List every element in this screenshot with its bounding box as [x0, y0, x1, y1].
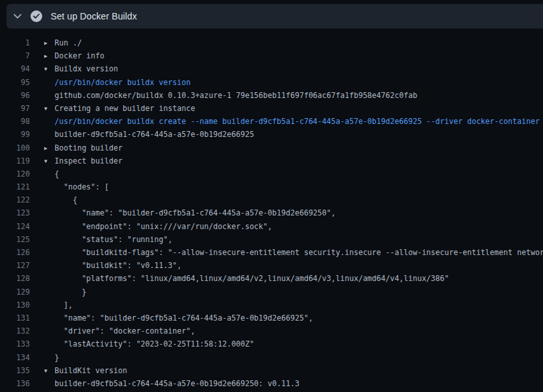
group-title[interactable]: Booting builder	[55, 143, 123, 153]
chevron-expanded-icon[interactable]: ▼	[44, 103, 55, 116]
log-text: "platforms": "linux/amd64,linux/amd64/v2…	[44, 272, 449, 285]
group-header[interactable]: ▼Buildx version	[44, 62, 118, 75]
log-output-line: 126 "buildkitd-flags": "--allow-insecure…	[0, 246, 543, 259]
log-text: }	[44, 351, 59, 364]
log-output-line: 136builder-d9cfb5a1-c764-445a-a57e-0b19d…	[0, 377, 543, 390]
group-title[interactable]: Docker info	[55, 51, 105, 60]
line-number[interactable]: 121	[0, 180, 30, 193]
line-number[interactable]: 135	[0, 364, 30, 377]
log-text: "buildkit": "v0.11.3",	[44, 259, 181, 272]
line-number[interactable]: 99	[0, 128, 30, 141]
log-output-line: 134}	[0, 351, 543, 364]
log-group-line: 1▶Run ./	[0, 36, 543, 49]
chevron-expanded-icon[interactable]: ▼	[44, 63, 55, 76]
line-number[interactable]: 119	[0, 154, 30, 167]
log-text: ],	[44, 299, 73, 312]
log-group-line: 94▼Buildx version	[0, 62, 543, 75]
log-group-line: 7▶Docker info	[0, 49, 543, 62]
line-number[interactable]: 7	[0, 49, 30, 62]
log-text: "name": "builder-d9cfb5a1-c764-445a-a57e…	[44, 206, 336, 219]
group-header[interactable]: ▼Creating a new builder instance	[44, 102, 195, 115]
actions-log-page: Set up Docker Buildx 1▶Run ./7▶Docker in…	[0, 0, 543, 392]
chevron-down-icon[interactable]	[13, 12, 22, 21]
line-number[interactable]: 126	[0, 246, 30, 259]
log-output-line: 99builder-d9cfb5a1-c764-445a-a57e-0b19d2…	[0, 128, 543, 141]
chevron-collapsed-icon[interactable]: ▶	[44, 142, 55, 155]
log-text: builder-d9cfb5a1-c764-445a-a57e-0b19d2e6…	[44, 377, 299, 390]
line-number[interactable]: 132	[0, 325, 30, 337]
log-output-line: 127 "buildkit": "v0.11.3",	[0, 259, 543, 272]
log-output-line: 130 ],	[0, 299, 543, 312]
log-text: "driver": "docker-container",	[44, 325, 195, 337]
line-number[interactable]: 133	[0, 337, 30, 350]
log-text: "lastActivity": "2023-02-25T11:58:12.000…	[44, 337, 254, 350]
line-number[interactable]: 1	[0, 36, 30, 49]
line-number[interactable]: 95	[0, 76, 30, 89]
log-output-line: 132 "driver": "docker-container",	[0, 325, 543, 337]
command-text: /usr/bin/docker buildx create --name bui…	[44, 115, 540, 128]
log-output-line: 124 "endpoint": "unix:///var/run/docker.…	[0, 220, 543, 233]
line-number[interactable]: 136	[0, 377, 30, 390]
log-output-line: 129 }	[0, 286, 543, 299]
line-number[interactable]: 96	[0, 89, 30, 102]
line-number[interactable]: 125	[0, 233, 30, 246]
line-number[interactable]: 134	[0, 351, 30, 364]
log-output-line: 123 "name": "builder-d9cfb5a1-c764-445a-…	[0, 206, 543, 219]
group-header[interactable]: ▶Booting builder	[44, 141, 123, 154]
log-group-line: 97▼Creating a new builder instance	[0, 102, 543, 115]
line-number[interactable]: 131	[0, 312, 30, 325]
group-title[interactable]: Buildx version	[55, 64, 118, 73]
group-header[interactable]: ▼BuildKit version	[44, 364, 127, 377]
log-text: "status": "running",	[44, 233, 172, 246]
log-group-line: 135▼BuildKit version	[0, 364, 543, 377]
chevron-expanded-icon[interactable]: ▼	[44, 155, 55, 168]
log-output-line: 125 "status": "running",	[0, 233, 543, 246]
log-output-line: 131 "name": "builder-d9cfb5a1-c764-445a-…	[0, 312, 543, 325]
step-title: Set up Docker Buildx	[51, 11, 137, 21]
line-number[interactable]: 97	[0, 102, 30, 115]
log-text: github.com/docker/buildx 0.10.3+azure-1 …	[44, 89, 417, 102]
check-circle-icon	[31, 10, 42, 22]
group-header[interactable]: ▶Docker info	[44, 49, 105, 62]
log-text: {	[44, 193, 77, 206]
line-number[interactable]: 129	[0, 286, 30, 299]
log-output-line: 96github.com/docker/buildx 0.10.3+azure-…	[0, 89, 543, 102]
line-number[interactable]: 130	[0, 299, 30, 312]
group-title[interactable]: Inspect builder	[55, 156, 123, 165]
step-header[interactable]: Set up Docker Buildx	[6, 4, 543, 29]
log-text: }	[44, 286, 86, 299]
log-output: 1▶Run ./7▶Docker info94▼Buildx version95…	[0, 29, 543, 392]
line-number[interactable]: 120	[0, 167, 30, 180]
log-output-line: 128 "platforms": "linux/amd64,linux/amd6…	[0, 272, 543, 285]
log-text: "buildkitd-flags": "--allow-insecure-ent…	[44, 246, 543, 259]
log-output-line: 120{	[0, 167, 543, 180]
group-title[interactable]: Run ./	[55, 38, 82, 47]
line-number[interactable]: 122	[0, 193, 30, 206]
group-header[interactable]: ▼Inspect builder	[44, 154, 123, 167]
log-text: builder-d9cfb5a1-c764-445a-a57e-0b19d2e6…	[44, 128, 254, 141]
log-text: {	[44, 167, 59, 180]
log-text: "name": "builder-d9cfb5a1-c764-445a-a57e…	[44, 312, 313, 325]
line-number[interactable]: 128	[0, 272, 30, 285]
log-output-line: 133 "lastActivity": "2023-02-25T11:58:12…	[0, 337, 543, 350]
chevron-collapsed-icon[interactable]: ▶	[44, 37, 55, 50]
log-output-line: 95/usr/bin/docker buildx version	[0, 76, 543, 89]
line-number[interactable]: 124	[0, 220, 30, 233]
log-text: "endpoint": "unix:///var/run/docker.sock…	[44, 220, 272, 233]
line-number[interactable]: 100	[0, 141, 30, 154]
command-text: /usr/bin/docker buildx version	[44, 76, 190, 89]
group-title[interactable]: BuildKit version	[55, 366, 127, 375]
group-title[interactable]: Creating a new builder instance	[55, 104, 195, 113]
line-number[interactable]: 123	[0, 206, 30, 219]
line-number[interactable]: 94	[0, 62, 30, 75]
log-group-line: 119▼Inspect builder	[0, 154, 543, 167]
log-group-line: 100▶Booting builder	[0, 141, 543, 154]
line-number[interactable]: 98	[0, 115, 30, 128]
log-output-line: 98/usr/bin/docker buildx create --name b…	[0, 115, 543, 128]
log-output-line: 122 {	[0, 193, 543, 206]
chevron-expanded-icon[interactable]: ▼	[44, 365, 55, 378]
chevron-collapsed-icon[interactable]: ▶	[44, 50, 55, 63]
line-number[interactable]: 127	[0, 259, 30, 272]
group-header[interactable]: ▶Run ./	[44, 36, 82, 49]
log-text: "nodes": [	[44, 180, 109, 193]
